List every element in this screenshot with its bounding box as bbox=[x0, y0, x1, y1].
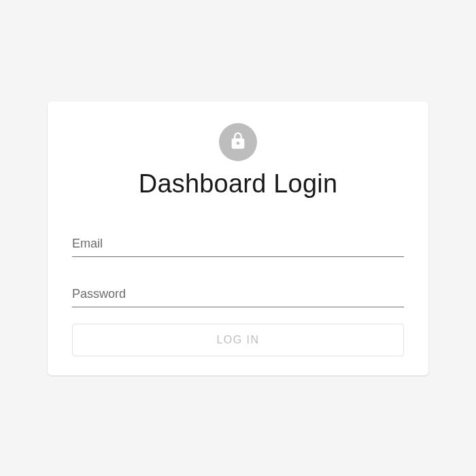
email-field-wrap bbox=[72, 231, 404, 257]
login-card: Dashboard Login Log In bbox=[48, 101, 428, 375]
lock-avatar bbox=[219, 123, 257, 161]
password-field-wrap bbox=[72, 282, 404, 307]
password-input[interactable] bbox=[72, 282, 404, 307]
lock-icon bbox=[228, 131, 248, 153]
page-title: Dashboard Login bbox=[139, 169, 337, 199]
email-input[interactable] bbox=[72, 231, 404, 257]
login-button[interactable]: Log In bbox=[72, 324, 404, 356]
